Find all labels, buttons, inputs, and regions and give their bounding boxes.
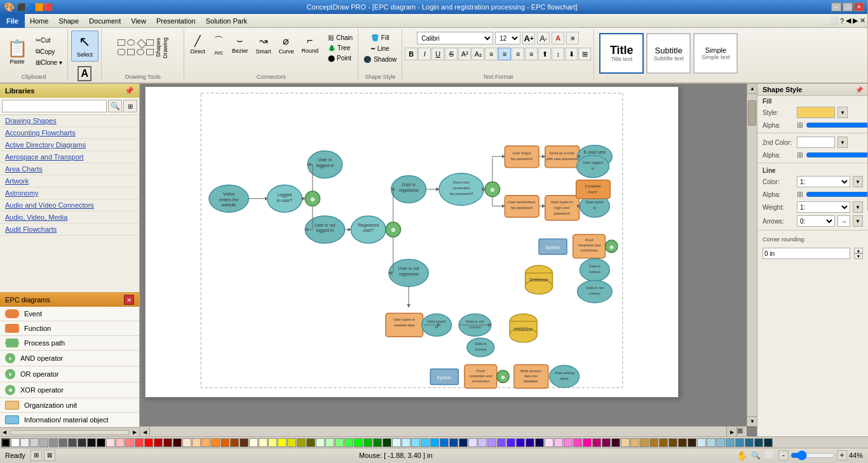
font-grow-btn[interactable]: A+ — [522, 32, 535, 44]
solution-park-menu[interactable]: Solution Park — [201, 14, 252, 28]
color-cell-29[interactable] — [287, 438, 296, 447]
cut-button[interactable]: ✂ Cut — [33, 36, 65, 45]
subscript-btn[interactable]: A₂ — [471, 48, 484, 60]
simple-style-button[interactable]: Simple Simple text — [693, 33, 738, 74]
hscroll-track[interactable] — [150, 427, 726, 436]
epc-item-or[interactable]: ∨ OR operator — [0, 366, 139, 382]
italic-btn[interactable]: I — [418, 48, 431, 60]
color-cell-23[interactable] — [230, 438, 239, 447]
pin-icon[interactable]: 📌 — [125, 86, 134, 95]
epc-close-button[interactable]: ✕ — [124, 295, 134, 305]
vscroll-down[interactable]: ▼ — [747, 416, 757, 426]
library-item-audio-video-media[interactable]: Audio, Video, Media — [0, 211, 139, 224]
color-cell-33[interactable] — [325, 438, 334, 447]
color-cell-71[interactable] — [688, 438, 696, 447]
strikethrough-btn[interactable]: S — [445, 48, 458, 60]
shape-menu[interactable]: Shape — [53, 14, 84, 28]
color-cell-43[interactable] — [421, 438, 430, 447]
line-alpha-slider[interactable] — [806, 191, 868, 198]
font-family-select[interactable]: Calibri — [417, 32, 493, 44]
color-cell-35[interactable] — [344, 438, 353, 447]
fill-toggle[interactable]: 🪣 Fill — [369, 33, 392, 43]
superscript-btn[interactable]: A² — [458, 48, 471, 60]
color-cell-58[interactable] — [564, 438, 573, 447]
color-cell-67[interactable] — [649, 438, 658, 447]
color-cell-0[interactable] — [11, 438, 20, 447]
color-cell-1[interactable] — [20, 438, 29, 447]
zoom-slider[interactable] — [790, 450, 835, 460]
color-cell-44[interactable] — [430, 438, 439, 447]
nav-back[interactable]: ◀ — [846, 17, 851, 25]
snap-status-btn[interactable]: ⊠ — [44, 450, 55, 461]
color-cell-27[interactable] — [268, 438, 277, 447]
arc-connector-button[interactable]: ⌒ Arc — [210, 33, 227, 58]
point-button[interactable]: ⬤ Point — [325, 53, 355, 63]
zoom-in-btn[interactable]: + — [837, 450, 847, 460]
color-cell-16[interactable] — [163, 438, 172, 447]
library-h-scroll[interactable]: ◀ ▶ — [0, 427, 139, 436]
color-cell-59[interactable] — [573, 438, 582, 447]
color-cell-42[interactable] — [411, 438, 420, 447]
library-item-area-charts[interactable]: Area Charts — [0, 163, 139, 175]
help-btn[interactable]: ? — [840, 17, 844, 25]
nav-fwd[interactable]: ▶ — [853, 17, 858, 25]
align-center-btn[interactable]: ≡ — [498, 48, 511, 60]
color-cell-57[interactable] — [554, 438, 563, 447]
canvas-area[interactable]: Visitor enters the website Logged in use… — [140, 84, 757, 436]
canvas-vscroll[interactable]: ▲ ▼ — [747, 84, 757, 426]
color-cell-41[interactable] — [402, 438, 410, 447]
color-cell-24[interactable] — [240, 438, 248, 447]
vscroll-thumb[interactable] — [748, 100, 756, 126]
color-cell-22[interactable] — [220, 438, 229, 447]
color-cell-70[interactable] — [678, 438, 687, 447]
file-menu[interactable]: File — [0, 14, 25, 28]
underline-btn[interactable]: U — [431, 48, 444, 60]
color-cell-15[interactable] — [154, 438, 163, 447]
color-cell-62[interactable] — [602, 438, 611, 447]
drawing-shapes-button[interactable]: Drawing Shapes — [114, 30, 172, 64]
black-color-cell[interactable] — [1, 438, 10, 447]
color-cell-19[interactable] — [192, 438, 201, 447]
color-cell-26[interactable] — [259, 438, 268, 447]
bold-btn[interactable]: B — [405, 48, 417, 60]
color-cell-9[interactable] — [97, 438, 105, 447]
color-cell-4[interactable] — [49, 438, 58, 447]
doc-close[interactable]: ✕ — [860, 17, 865, 25]
round-connector-button[interactable]: ⌐ Round — [298, 33, 322, 57]
chain-button[interactable]: ⛓ Chain — [325, 33, 355, 43]
library-item-artwork[interactable]: Artwork — [0, 175, 139, 187]
color-cell-61[interactable] — [592, 438, 601, 447]
epc-item-event[interactable]: Event — [0, 307, 139, 321]
view-menu[interactable]: View — [126, 14, 151, 28]
corner-down[interactable]: ▼ — [854, 253, 863, 259]
color-cell-20[interactable] — [201, 438, 210, 447]
color-cell-52[interactable] — [506, 438, 515, 447]
color-cell-38[interactable] — [373, 438, 382, 447]
curve-connector-button[interactable]: ⌀ Curve — [275, 33, 297, 57]
color-cell-39[interactable] — [383, 438, 391, 447]
line-color-dropdown[interactable]: ▼ — [853, 176, 863, 187]
color-cell-72[interactable] — [697, 438, 706, 447]
valign-top-btn[interactable]: ⬆ — [538, 48, 551, 60]
line-toggle[interactable]: ━ Line — [369, 44, 392, 53]
color-cell-10[interactable] — [106, 438, 115, 447]
corner-up[interactable]: ▲ — [854, 248, 863, 253]
canvas-hscroll[interactable]: ◀ ▶ ⊞ — [140, 426, 747, 436]
library-search-input[interactable] — [2, 100, 107, 112]
color-cell-5[interactable] — [58, 438, 67, 447]
color-cell-40[interactable] — [392, 438, 401, 447]
paste-button[interactable]: 📋 Paste — [3, 36, 32, 68]
font-size-select[interactable]: 12 — [495, 32, 520, 44]
epc-item-org-unit[interactable]: Organization unit — [0, 398, 139, 413]
library-item-audio-video-connectors[interactable]: Audio and Video Connectors — [0, 199, 139, 211]
weight-select[interactable]: 1: — [797, 201, 850, 213]
arrows-dropdown[interactable]: ▼ — [853, 215, 863, 227]
color-cell-11[interactable] — [116, 438, 125, 447]
color-cell-12[interactable] — [125, 438, 134, 447]
color-cell-53[interactable] — [516, 438, 525, 447]
view-toggle-button[interactable]: ⊞ — [123, 100, 137, 112]
color-cell-76[interactable] — [735, 438, 744, 447]
color-cell-60[interactable] — [583, 438, 592, 447]
zoom-mode-btn[interactable]: 🔍 — [750, 450, 762, 461]
color-cell-8[interactable] — [87, 438, 96, 447]
